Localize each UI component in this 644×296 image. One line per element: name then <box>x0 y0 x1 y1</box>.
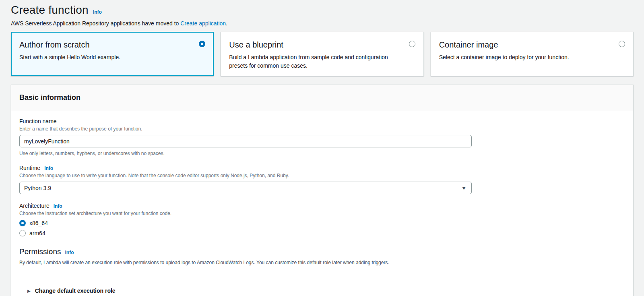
architecture-info-link[interactable]: Info <box>54 203 62 209</box>
create-function-page: Create function Info AWS Serverless Appl… <box>0 0 644 296</box>
card-desc-use-a-blueprint: Build a Lambda application from sample c… <box>229 53 406 70</box>
permissions-info-link[interactable]: Info <box>65 250 74 255</box>
function-name-field: Function name Enter a name that describe… <box>19 118 625 156</box>
creation-option-cards: Author from scratch Start with a simple … <box>11 32 634 76</box>
permissions-header: Permissions <box>19 247 61 256</box>
card-use-a-blueprint[interactable]: Use a blueprint Build a Lambda applicati… <box>221 32 423 76</box>
permissions-section: Permissions Info <box>19 247 625 256</box>
create-application-link[interactable]: Create application <box>180 20 226 27</box>
function-name-constraint: Use only letters, numbers, hyphens, or u… <box>19 151 625 156</box>
card-desc-container-image: Select a container image to deploy for y… <box>439 53 616 62</box>
author-from-scratch-radio[interactable] <box>199 41 205 47</box>
arm64-radio[interactable] <box>19 230 26 236</box>
card-title-container-image: Container image <box>439 40 498 50</box>
card-container-image[interactable]: Container image Select a container image… <box>431 32 634 76</box>
runtime-label: Runtime <box>19 165 40 171</box>
change-default-execution-role-label: Change default execution role <box>35 288 116 294</box>
function-name-label: Function name <box>19 118 57 124</box>
use-a-blueprint-radio[interactable] <box>409 41 415 47</box>
permissions-description: By default, Lambda will create an execut… <box>19 260 625 265</box>
card-title-use-a-blueprint: Use a blueprint <box>229 40 283 50</box>
caret-right-icon: ▶ <box>27 289 31 293</box>
basic-information-panel: Basic information Function name Enter a … <box>11 85 634 296</box>
runtime-selected-value: Python 3.9 <box>24 185 51 191</box>
runtime-info-link[interactable]: Info <box>44 166 53 171</box>
card-author-from-scratch[interactable]: Author from scratch Start with a simple … <box>11 32 214 76</box>
change-default-execution-role-expander[interactable]: ▶ Change default execution role <box>19 280 625 296</box>
function-name-input[interactable] <box>19 135 472 147</box>
card-title-author-from-scratch: Author from scratch <box>19 40 90 50</box>
function-name-description: Enter a name that describes the purpose … <box>19 126 625 132</box>
caret-down-icon: ▼ <box>461 186 466 190</box>
x86-64-radio[interactable] <box>19 220 26 226</box>
page-header: Create function Info <box>11 4 634 17</box>
runtime-field: Runtime Info Choose the language to use … <box>19 165 625 194</box>
architecture-option-arm64[interactable]: arm64 <box>19 230 625 236</box>
page-subtitle: AWS Serverless Application Repository ap… <box>11 20 634 27</box>
page-title-info-link[interactable]: Info <box>93 9 102 15</box>
subtitle-period: . <box>226 20 227 27</box>
page-title: Create function <box>11 4 89 17</box>
x86-64-label: x86_64 <box>29 220 48 226</box>
runtime-description: Choose the language to use to write your… <box>19 173 625 178</box>
runtime-select[interactable]: Python 3.9 ▼ <box>19 182 472 194</box>
architecture-label: Architecture <box>19 203 50 209</box>
subtitle-text: AWS Serverless Application Repository ap… <box>11 20 180 27</box>
architecture-description: Choose the instruction set architecture … <box>19 211 625 216</box>
basic-information-header: Basic information <box>11 85 633 111</box>
architecture-option-x86-64[interactable]: x86_64 <box>19 220 625 226</box>
card-desc-author-from-scratch: Start with a simple Hello World example. <box>19 53 196 62</box>
architecture-field: Architecture Info Choose the instruction… <box>19 203 625 236</box>
arm64-label: arm64 <box>29 230 45 236</box>
container-image-radio[interactable] <box>619 41 625 47</box>
